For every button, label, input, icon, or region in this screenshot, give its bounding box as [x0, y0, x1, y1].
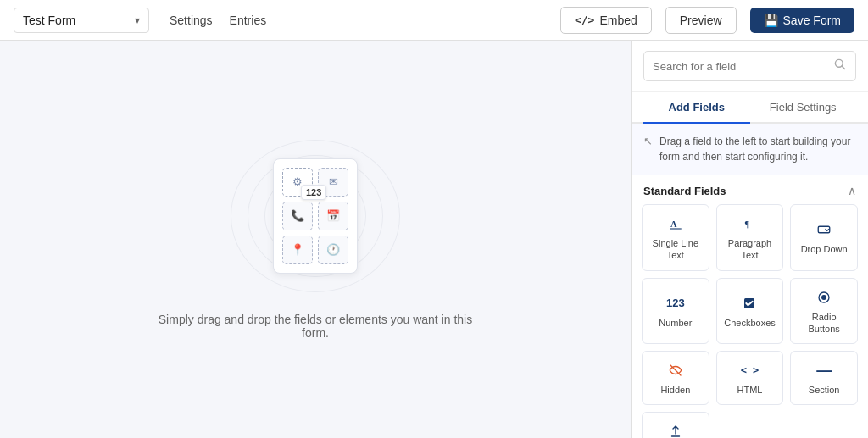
right-panel: Add Fields Field Settings ↖ Drag a field… [631, 41, 868, 438]
phone-icon: 📞 [291, 209, 304, 222]
field-hidden[interactable]: Hidden [642, 351, 709, 405]
file-upload-icon [668, 423, 683, 438]
entries-link[interactable]: Entries [230, 14, 267, 27]
calendar-icon: 📅 [326, 209, 340, 222]
drag-hint: ↖ Drag a field to the left to start buil… [632, 124, 868, 175]
field-label-section: Section [809, 384, 840, 396]
field-number[interactable]: 123 Number [642, 278, 709, 345]
email-icon: ✉ [329, 175, 338, 188]
single-line-text-icon: A [668, 215, 683, 232]
paragraph-text-icon: ¶ [742, 215, 757, 232]
svg-line-1 [842, 66, 845, 69]
top-nav: Test Form ▾ Settings Entries </> Embed P… [0, 0, 868, 41]
embed-label: Embed [599, 14, 637, 27]
panel-tabs: Add Fields Field Settings [632, 92, 868, 124]
nav-links: Settings Entries [170, 14, 266, 27]
fields-section: Standard Fields ∧ A Single Line Text [632, 175, 868, 438]
search-bar [632, 41, 868, 92]
section-collapse-icon[interactable]: ∧ [848, 184, 856, 197]
number-icon: 123 [666, 295, 685, 312]
field-paragraph-text[interactable]: ¶ Paragraph Text [716, 204, 784, 271]
tab-field-settings[interactable]: Field Settings [750, 92, 857, 122]
svg-point-8 [821, 295, 826, 300]
field-dropdown[interactable]: Drop Down [790, 204, 858, 271]
save-button[interactable]: 💾 Save Form [750, 8, 854, 33]
section-title-standard: Standard Fields [643, 185, 726, 197]
search-icon [833, 58, 847, 75]
html-icon: < > [741, 362, 760, 379]
canvas-illustration: 123 ⚙ ✉ 📞 📅 📍 🕐 [231, 140, 400, 292]
card-icon-calendar: 📅 [318, 202, 348, 230]
field-checkboxes[interactable]: Checkboxes [716, 278, 784, 345]
section-header-standard: Standard Fields ∧ [632, 175, 868, 204]
field-label-checkboxes: Checkboxes [724, 317, 776, 329]
drag-hint-text: Drag a field to the left to start buildi… [659, 134, 856, 164]
main-layout: 123 ⚙ ✉ 📞 📅 📍 🕐 [0, 41, 868, 438]
canvas-area: 123 ⚙ ✉ 📞 📅 📍 🕐 [0, 41, 631, 438]
tab-add-fields[interactable]: Add Fields [643, 92, 750, 122]
field-section[interactable]: — Section [790, 351, 858, 405]
number-badge: 123 [301, 185, 326, 200]
field-label-number: Number [659, 317, 692, 329]
embed-button[interactable]: </> Embed [560, 7, 652, 34]
svg-text:¶: ¶ [745, 219, 749, 229]
section-icon: — [816, 362, 832, 379]
card-icon-location: 📍 [282, 236, 313, 264]
cursor-icon: ↖ [643, 135, 653, 147]
fields-grid: A Single Line Text ¶ Paragraph Text [632, 204, 868, 438]
card-icon-clock: 🕐 [318, 236, 348, 264]
field-label-dropdown: Drop Down [801, 243, 848, 255]
checkboxes-icon [742, 295, 757, 312]
field-label-html: HTML [737, 384, 763, 396]
settings-link[interactable]: Settings [170, 14, 213, 27]
clock-icon: 🕐 [326, 243, 340, 256]
hidden-icon [668, 362, 683, 379]
save-icon: 💾 [764, 14, 778, 27]
dropdown-icon [816, 221, 832, 238]
search-input-wrap [643, 51, 856, 81]
field-label-paragraph-text: Paragraph Text [722, 237, 778, 262]
field-single-line-text[interactable]: A Single Line Text [642, 204, 709, 271]
canvas-instruction: Simply drag and drop the fields or eleme… [146, 313, 485, 340]
location-icon: 📍 [291, 243, 304, 256]
radio-buttons-icon [816, 289, 832, 306]
field-label-radio-buttons: Radio Buttons [796, 311, 852, 335]
field-card-grid: 123 ⚙ ✉ 📞 📅 📍 🕐 [273, 158, 358, 274]
preview-button[interactable]: Preview [665, 7, 737, 34]
save-label: Save Form [783, 14, 841, 27]
form-selector[interactable]: Test Form ▾ [14, 8, 149, 33]
field-label-hidden: Hidden [660, 384, 690, 396]
field-label-single-line-text: Single Line Text [648, 237, 704, 262]
code-icon: </> [575, 14, 594, 26]
chevron-down-icon: ▾ [135, 14, 140, 26]
svg-text:A: A [670, 219, 677, 229]
field-html[interactable]: < > HTML [716, 351, 784, 405]
field-radio-buttons[interactable]: Radio Buttons [790, 278, 858, 345]
search-input[interactable] [653, 60, 826, 73]
card-icon-phone: 📞 [282, 202, 313, 230]
field-file-upload[interactable]: File Upload [642, 412, 709, 438]
form-selector-label: Test Form [23, 14, 128, 27]
